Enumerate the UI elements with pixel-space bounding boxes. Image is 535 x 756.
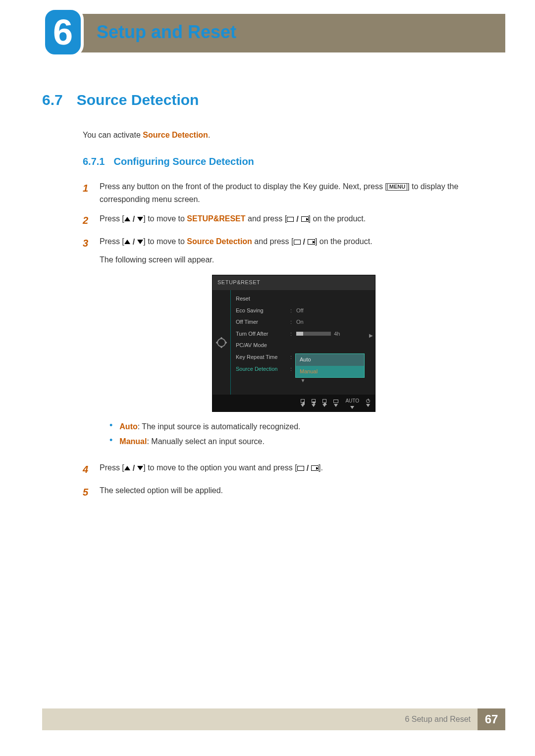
source-detection-term: Source Detection bbox=[187, 237, 252, 246]
bullet-text: : Manually select an input source. bbox=[147, 437, 264, 446]
osd-item-sourcedetection: Source Detection bbox=[236, 365, 290, 374]
page-number: 67 bbox=[478, 708, 505, 730]
up-down-icon: / bbox=[124, 236, 143, 249]
osd-menu: Reset Eco Saving:Off Off Timer:On Turn O… bbox=[230, 290, 375, 395]
up-down-icon: / bbox=[124, 213, 143, 226]
step-text: The selected option will be applied. bbox=[100, 484, 488, 500]
step-number: 4 bbox=[83, 461, 91, 477]
intro-pre: You can activate bbox=[83, 131, 143, 139]
osd-item-reset: Reset bbox=[236, 295, 290, 303]
subsection-title: Configuring Source Detection bbox=[113, 156, 254, 167]
osd-screenshot: SETUP&RESET Reset Eco Saving:Off Off Tim… bbox=[212, 275, 375, 412]
section-number: 6.7 bbox=[42, 92, 63, 108]
step-number: 2 bbox=[83, 212, 91, 228]
bullet-manual: • Manual: Manually select an input sourc… bbox=[109, 436, 488, 448]
footer-chapter-label: 6 Setup and Reset bbox=[405, 715, 478, 724]
osd-value-eco: Off bbox=[296, 306, 370, 315]
osd-item-turnoff: Turn Off After bbox=[236, 330, 290, 339]
osd-option-manual: Manual bbox=[296, 366, 364, 378]
osd-title: SETUP&RESET bbox=[213, 275, 375, 290]
osd-power-icon bbox=[366, 399, 370, 407]
up-down-icon: / bbox=[124, 462, 143, 475]
osd-item-keyrepeat: Key Repeat Time bbox=[236, 353, 290, 362]
osd-dropdown: Auto Manual bbox=[295, 353, 365, 378]
osd-sidebar bbox=[213, 290, 230, 395]
chevron-right-icon: ▶ bbox=[369, 332, 373, 340]
osd-item-eco: Eco Saving bbox=[236, 306, 290, 315]
step-text: Press [/] to move to the option you want… bbox=[100, 461, 488, 477]
section-heading: 6.7 Source Detection bbox=[42, 92, 488, 108]
step-2: 2 Press [/] to move to SETUP&RESET and p… bbox=[83, 212, 488, 228]
osd-enter-icon bbox=[333, 400, 338, 407]
step-number: 5 bbox=[83, 484, 91, 500]
chapter-number-badge: 6 bbox=[42, 7, 84, 57]
page-content: 6.7 Source Detection You can activate So… bbox=[42, 92, 488, 507]
select-enter-icon: / bbox=[294, 236, 315, 249]
intro-text: You can activate Source Detection. bbox=[83, 129, 488, 141]
gear-icon bbox=[217, 338, 226, 347]
bullet-term: Auto bbox=[119, 422, 137, 431]
subsection-number: 6.7.1 bbox=[83, 156, 105, 167]
step-list: 1 Press any button on the front of the p… bbox=[83, 180, 488, 500]
osd-footer: AUTO bbox=[213, 395, 375, 411]
page-footer: 6 Setup and Reset 67 bbox=[42, 708, 505, 730]
bullet-icon: • bbox=[109, 421, 112, 433]
osd-option-auto: Auto bbox=[296, 354, 364, 366]
select-enter-icon: / bbox=[287, 213, 308, 226]
subsection-heading: 6.7.1 Configuring Source Detection bbox=[83, 156, 488, 167]
osd-nav-down-icon bbox=[312, 399, 316, 407]
osd-auto-label: AUTO bbox=[345, 397, 359, 409]
osd-nav-up-icon bbox=[322, 399, 326, 407]
section-title: Source Detection bbox=[77, 92, 199, 108]
step-text: Press [/] to move to Source Detection an… bbox=[100, 235, 488, 454]
chapter-title: Setup and Reset bbox=[97, 22, 236, 43]
step-text: Press any button on the front of the pro… bbox=[100, 180, 488, 205]
step-1: 1 Press any button on the front of the p… bbox=[83, 180, 488, 205]
step-3: 3 Press [/] to move to Source Detection … bbox=[83, 235, 488, 454]
osd-value-turnoff: 4h bbox=[296, 330, 370, 339]
osd-nav-left-icon bbox=[301, 399, 305, 407]
select-enter-icon: / bbox=[297, 462, 319, 475]
osd-value-offtimer: On bbox=[296, 318, 370, 327]
intro-post: . bbox=[208, 131, 210, 139]
osd-item-pcav: PC/AV Mode bbox=[236, 341, 290, 350]
step-4: 4 Press [/] to move to the option you wa… bbox=[83, 461, 488, 477]
bullet-term: Manual bbox=[119, 437, 147, 446]
bullet-icon: • bbox=[109, 436, 112, 448]
intro-term: Source Detection bbox=[143, 131, 208, 139]
setup-reset-term: SETUP&RESET bbox=[187, 214, 245, 223]
bullet-list: • Auto: The input source is automaticall… bbox=[100, 421, 488, 448]
step-number: 3 bbox=[83, 235, 91, 454]
step-number: 1 bbox=[83, 180, 91, 205]
osd-item-offtimer: Off Timer bbox=[236, 318, 290, 327]
bullet-auto: • Auto: The input source is automaticall… bbox=[109, 421, 488, 433]
step-text: Press [/] to move to SETUP&RESET and pre… bbox=[100, 212, 488, 228]
menu-button-label: MENU bbox=[387, 183, 407, 191]
step-3-tail: The following screen will appear. bbox=[100, 253, 488, 266]
step-5: 5 The selected option will be applied. bbox=[83, 484, 488, 500]
bullet-text: : The input source is automatically reco… bbox=[138, 422, 301, 431]
